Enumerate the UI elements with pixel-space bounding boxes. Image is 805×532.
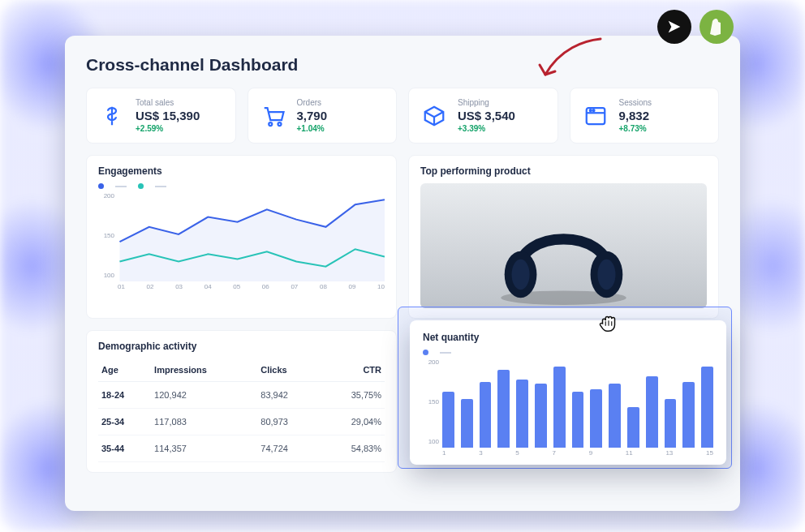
legend-dash [440,352,451,354]
browser-icon [582,102,609,130]
bar [497,370,510,448]
legend-dot-b [138,183,144,189]
net-quantity-legend [423,350,713,355]
kpi-value: 9,832 [619,109,652,122]
bar [461,399,473,448]
kpi-delta: +8.73% [619,124,652,133]
bar [535,384,547,448]
bar [609,384,621,448]
kpi-card-dollar[interactable]: Total sales US$ 15,390 +2.59% [86,88,236,144]
bar [480,382,492,448]
legend-dash [155,186,166,187]
svg-marker-0 [669,21,681,33]
net-quantity-card[interactable]: Net quantity 200150100 13579111315 [410,320,726,465]
legend-dot [423,350,428,355]
legend-dot-a [98,183,104,189]
bar [590,389,602,448]
engagements-legend [98,183,385,189]
cell-clicks: 74,724 [257,435,318,462]
kpi-delta: +2.59% [136,124,200,133]
kpi-delta: +1.04% [297,124,328,133]
top-product-title: Top performing product [420,165,707,177]
net-quantity-title: Net quantity [423,332,713,343]
cell-age: 35-44 [98,435,151,462]
svg-point-5 [592,109,594,111]
demographic-title: Demographic activity [98,341,385,352]
kpi-label: Orders [297,98,328,107]
top-product-image [420,183,707,308]
cell-ctr: 54,83% [318,435,385,462]
table-header: Impressions [151,358,257,382]
cell-clicks: 80,973 [257,409,318,435]
table-row[interactable]: 18-24 120,942 83,942 35,75% [98,382,385,409]
annotation-arrow-icon [527,32,609,89]
svg-point-4 [589,109,591,111]
table-row[interactable]: 35-44 114,357 74,724 54,83% [98,435,385,462]
cell-ctr: 35,75% [318,382,385,409]
engagements-chart: 200150100 01020304050607080910 [98,192,385,290]
shopify-logo-icon [700,10,734,44]
bar [442,392,454,448]
table-row[interactable]: 25-34 117,083 80,973 29,04% [98,409,385,435]
svg-point-8 [512,260,530,290]
kpi-card-browser[interactable]: Sessions 9,832 +8.73% [570,88,720,144]
net-quantity-chart: 200150100 13579111315 [423,358,713,457]
cell-age: 18-24 [98,382,151,409]
cell-impressions: 120,942 [151,382,257,409]
svg-point-1 [269,122,272,126]
kpi-label: Total sales [136,98,200,107]
kpi-value: US$ 3,540 [458,109,515,122]
kpi-card-cart[interactable]: Orders 3,790 +1.04% [248,88,398,144]
bar [701,367,713,448]
bar [572,392,584,448]
engagements-title: Engagements [98,165,385,177]
kpi-value: 3,790 [297,109,328,122]
page-title: Cross-channel Dashboard [86,55,719,75]
engagements-card[interactable]: Engagements 200150100 010203040506070809… [86,155,397,319]
cell-impressions: 114,357 [151,435,257,462]
klaviyo-logo-icon [657,10,691,44]
bar [665,399,677,448]
legend-dash [115,186,127,187]
box-icon [420,102,448,130]
cell-clicks: 83,942 [257,382,318,409]
integration-logos [657,10,734,44]
svg-point-2 [278,122,281,126]
cell-impressions: 117,083 [151,409,257,435]
kpi-value: US$ 15,390 [136,109,200,122]
demographic-card[interactable]: Demographic activity AgeImpressionsClick… [86,330,397,473]
kpi-delta: +3.39% [458,124,515,133]
grab-cursor-icon [596,311,621,335]
bar [682,382,695,448]
headphones-icon [420,183,707,308]
bar [627,407,639,448]
bar [553,367,566,448]
svg-point-10 [597,260,615,290]
kpi-card-box[interactable]: Shipping US$ 3,540 +3.39% [408,88,558,144]
table-header: CTR [318,358,385,382]
bar [516,380,528,448]
table-header: Clicks [257,358,318,382]
cell-age: 25-34 [98,409,151,435]
kpi-row: Total sales US$ 15,390 +2.59% Orders 3,7… [86,88,719,144]
demographic-table: AgeImpressionsClicksCTR 18-24 120,942 83… [98,358,385,462]
dollar-icon [98,102,126,130]
kpi-label: Shipping [458,98,515,107]
cell-ctr: 29,04% [318,409,385,435]
bar [646,376,658,448]
table-header: Age [98,358,151,382]
top-product-card[interactable]: Top performing product [408,155,719,319]
cart-icon [260,102,287,130]
kpi-label: Sessions [619,98,652,107]
